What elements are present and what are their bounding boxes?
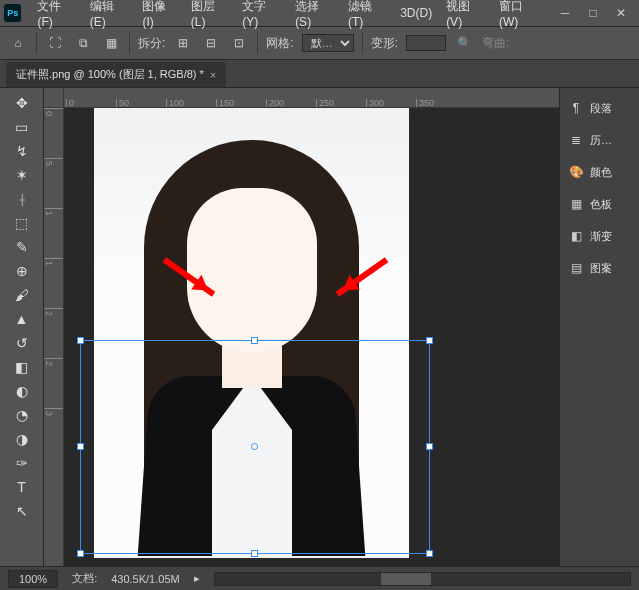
frame-tool[interactable]: ⬚ (10, 212, 34, 234)
blur-tool[interactable]: ◔ (10, 404, 34, 426)
warp-label: 变形: (371, 35, 398, 52)
menu-3d[interactable]: 3D(D) (394, 4, 438, 22)
panel-paragraph[interactable]: ¶段落 (564, 98, 635, 118)
ruler-corner (44, 88, 64, 108)
status-bar: 100% 文档: 430.5K/1.05M ▸ (0, 566, 639, 590)
marquee-tool[interactable]: ▭ (10, 116, 34, 138)
split-grid-2-icon[interactable]: ⊟ (201, 33, 221, 53)
transform-icon[interactable]: ⛶ (45, 33, 65, 53)
menu-bar: Ps 文件(F) 编辑(E) 图像(I) 图层(L) 文字(Y) 选择(S) 滤… (0, 0, 639, 26)
transform-handle-mr[interactable] (426, 443, 433, 450)
paragraph-icon: ¶ (568, 100, 584, 116)
panel-color[interactable]: 🎨颜色 (564, 162, 635, 182)
close-button[interactable]: ✕ (607, 0, 635, 26)
move-tool[interactable]: ✥ (10, 92, 34, 114)
eraser-tool[interactable]: ◧ (10, 356, 34, 378)
transform-handle-br[interactable] (426, 550, 433, 557)
history-icon: ≣ (568, 132, 584, 148)
curve-label: 弯曲: (482, 35, 509, 52)
document-tab-title: 证件照.png @ 100% (图层 1, RGB/8) * (16, 67, 204, 82)
horizontal-scrollbar[interactable] (214, 572, 631, 586)
transform-handle-bm[interactable] (251, 550, 258, 557)
portrait-face (187, 188, 317, 353)
type-tool[interactable]: T (10, 476, 34, 498)
history-brush-tool[interactable]: ↺ (10, 332, 34, 354)
doc-label: 文档: (72, 571, 97, 586)
search-icon[interactable]: 🔍 (454, 33, 474, 53)
dodge-tool[interactable]: ◑ (10, 428, 34, 450)
stamp-tool[interactable]: ▲ (10, 308, 34, 330)
menu-image[interactable]: 图像(I) (136, 0, 182, 31)
transform-handle-center[interactable] (251, 443, 258, 450)
panel-swatches[interactable]: ▦色板 (564, 194, 635, 214)
canvas-area[interactable]: 050100150200250300350 0511223 (44, 88, 559, 566)
path-select-tool[interactable]: ↖ (10, 500, 34, 522)
right-panel: ¶段落 ≣历… 🎨颜色 ▦色板 ◧渐变 ▤图案 (559, 88, 639, 566)
pattern-icon: ▤ (568, 260, 584, 276)
menu-window[interactable]: 窗口(W) (493, 0, 547, 31)
close-tab-icon[interactable]: × (210, 69, 216, 81)
maximize-button[interactable]: □ (579, 0, 607, 26)
grid-select[interactable]: 默… (302, 34, 354, 52)
scrollbar-thumb[interactable] (381, 573, 431, 585)
menu-select[interactable]: 选择(S) (289, 0, 340, 31)
doc-dropdown-icon[interactable]: ▸ (194, 572, 200, 585)
pen-tool[interactable]: ✑ (10, 452, 34, 474)
transform-handle-tr[interactable] (426, 337, 433, 344)
transform-handle-tl[interactable] (77, 337, 84, 344)
panel-gradient[interactable]: ◧渐变 (564, 226, 635, 246)
brush-tool[interactable]: 🖌 (10, 284, 34, 306)
vertical-ruler: 0511223 (44, 108, 64, 566)
toolbar: ✥ ▭ ↯ ✶ ⟊ ⬚ ✎ ⊕ 🖌 ▲ ↺ ◧ ◐ ◔ ◑ ✑ T ↖ (0, 88, 44, 566)
split-grid-1-icon[interactable]: ⊞ (173, 33, 193, 53)
split-grid-3-icon[interactable]: ⊡ (229, 33, 249, 53)
doc-size: 430.5K/1.05M (111, 573, 180, 585)
split-label: 拆分: (138, 35, 165, 52)
distort-icon[interactable]: ▦ (101, 33, 121, 53)
options-bar: ⌂ ⛶ ⧉ ▦ 拆分: ⊞ ⊟ ⊡ 网格: 默… 变形: 🔍 弯曲: (0, 26, 639, 60)
transform-handle-bl[interactable] (77, 550, 84, 557)
panel-pattern[interactable]: ▤图案 (564, 258, 635, 278)
crop-tool[interactable]: ⟊ (10, 188, 34, 210)
warp-input[interactable] (406, 35, 446, 51)
transform-bounding-box[interactable] (80, 340, 430, 554)
lasso-tool[interactable]: ↯ (10, 140, 34, 162)
quick-select-tool[interactable]: ✶ (10, 164, 34, 186)
horizontal-ruler: 050100150200250300350 (64, 88, 559, 108)
gradient-icon: ◧ (568, 228, 584, 244)
home-icon[interactable]: ⌂ (8, 33, 28, 53)
chain-icon[interactable]: ⧉ (73, 33, 93, 53)
panel-history[interactable]: ≣历… (564, 130, 635, 150)
menu-layer[interactable]: 图层(L) (185, 0, 235, 31)
menu-edit[interactable]: 编辑(E) (84, 0, 135, 31)
menu-view[interactable]: 视图(V) (440, 0, 491, 31)
gradient-tool[interactable]: ◐ (10, 380, 34, 402)
minimize-button[interactable]: ─ (551, 0, 579, 26)
zoom-level[interactable]: 100% (8, 570, 58, 588)
color-icon: 🎨 (568, 164, 584, 180)
menu-file[interactable]: 文件(F) (31, 0, 81, 31)
transform-handle-tm[interactable] (251, 337, 258, 344)
swatches-icon: ▦ (568, 196, 584, 212)
document-tab[interactable]: 证件照.png @ 100% (图层 1, RGB/8) * × (6, 62, 226, 87)
app-logo-icon: Ps (4, 4, 21, 22)
menu-type[interactable]: 文字(Y) (236, 0, 287, 31)
menu-filter[interactable]: 滤镜(T) (342, 0, 392, 31)
eyedropper-tool[interactable]: ✎ (10, 236, 34, 258)
healing-tool[interactable]: ⊕ (10, 260, 34, 282)
grid-label: 网格: (266, 35, 293, 52)
transform-handle-ml[interactable] (77, 443, 84, 450)
document-tab-bar: 证件照.png @ 100% (图层 1, RGB/8) * × (0, 60, 639, 88)
